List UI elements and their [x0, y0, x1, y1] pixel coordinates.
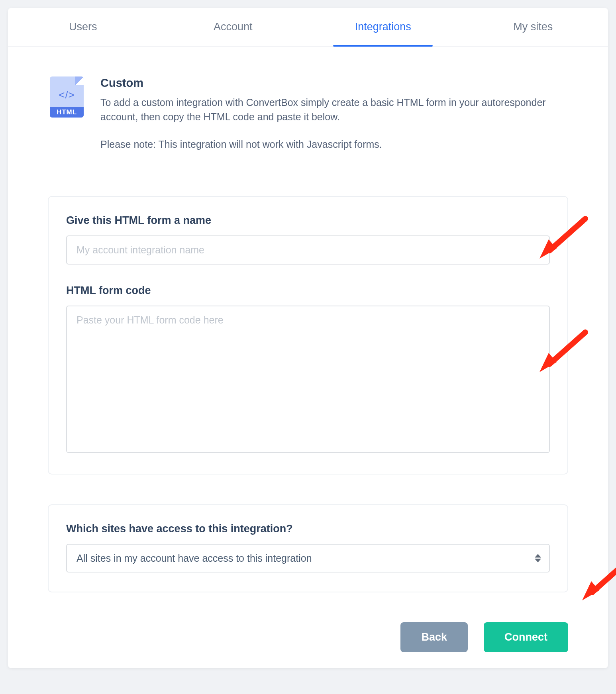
access-label: Which sites have access to this integrat… [66, 523, 550, 535]
integration-intro: </> HTML Custom To add a custom integrat… [8, 47, 608, 180]
access-panel: Which sites have access to this integrat… [48, 504, 568, 592]
back-button[interactable]: Back [400, 622, 468, 652]
tab-label: Users [69, 21, 97, 33]
tab-my-sites[interactable]: My sites [458, 8, 608, 46]
svg-line-0 [549, 219, 585, 251]
integration-note: Please note: This integration will not w… [100, 137, 576, 151]
tab-account[interactable]: Account [158, 8, 308, 46]
html-code-textarea[interactable] [66, 306, 550, 453]
settings-card: Users Account Integrations My sites </> … [8, 8, 608, 668]
sites-access-select[interactable]: All sites in my account have access to t… [66, 544, 550, 572]
integration-title: Custom [100, 76, 576, 90]
integration-description: To add a custom integration with Convert… [100, 95, 576, 124]
form-panel: Give this HTML form a name HTML form cod… [48, 196, 568, 474]
actions-row: Back Connect [8, 592, 608, 652]
connect-button[interactable]: Connect [484, 622, 568, 652]
code-label: HTML form code [66, 284, 550, 297]
code-glyph: </> [59, 89, 75, 101]
svg-marker-5 [582, 581, 599, 600]
tab-label: Integrations [355, 21, 411, 33]
tab-label: My sites [513, 21, 553, 33]
svg-line-2 [549, 332, 585, 364]
svg-line-4 [592, 561, 616, 592]
tab-users[interactable]: Users [8, 8, 158, 46]
tabs-bar: Users Account Integrations My sites [8, 8, 608, 47]
html-badge: HTML [50, 107, 84, 118]
name-label: Give this HTML form a name [66, 214, 550, 227]
integration-name-input[interactable] [66, 235, 550, 265]
tab-integrations[interactable]: Integrations [308, 8, 458, 46]
html-file-icon: </> HTML [50, 76, 84, 164]
tab-label: Account [214, 21, 253, 33]
access-select-wrap: All sites in my account have access to t… [66, 544, 550, 572]
annotation-arrow-icon [576, 557, 616, 604]
intro-text: Custom To add a custom integration with … [100, 76, 576, 164]
